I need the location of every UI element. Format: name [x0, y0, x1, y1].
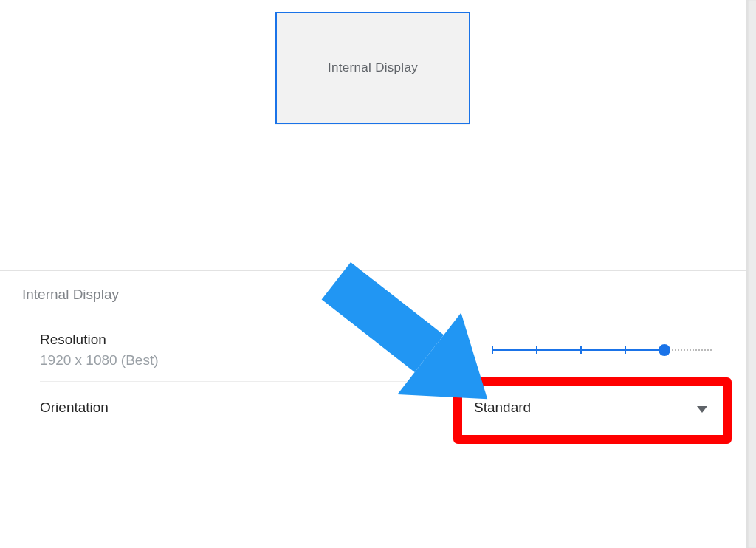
orientation-row: Orientation Standard	[40, 381, 713, 433]
resolution-value: 1920 x 1080 (Best)	[40, 352, 492, 369]
resolution-row: Resolution 1920 x 1080 (Best)	[40, 318, 713, 381]
orientation-selected-value: Standard	[472, 400, 531, 416]
display-tile-internal[interactable]: Internal Display	[275, 12, 470, 124]
section-title: Internal Display	[22, 287, 119, 303]
chevron-down-icon	[697, 403, 707, 417]
slider-ticks	[492, 346, 713, 354]
orientation-select[interactable]: Standard	[472, 393, 713, 422]
select-underline	[472, 422, 713, 422]
display-arrangement-preview: Internal Display	[275, 12, 470, 124]
resolution-slider[interactable]	[492, 343, 713, 357]
scrollbar-gutter	[746, 0, 756, 548]
section-divider	[0, 270, 746, 271]
display-tile-label: Internal Display	[328, 61, 418, 75]
orientation-label: Orientation	[40, 400, 472, 416]
resolution-label: Resolution	[40, 332, 492, 348]
svg-marker-0	[697, 406, 707, 413]
slider-thumb[interactable]	[659, 344, 670, 356]
